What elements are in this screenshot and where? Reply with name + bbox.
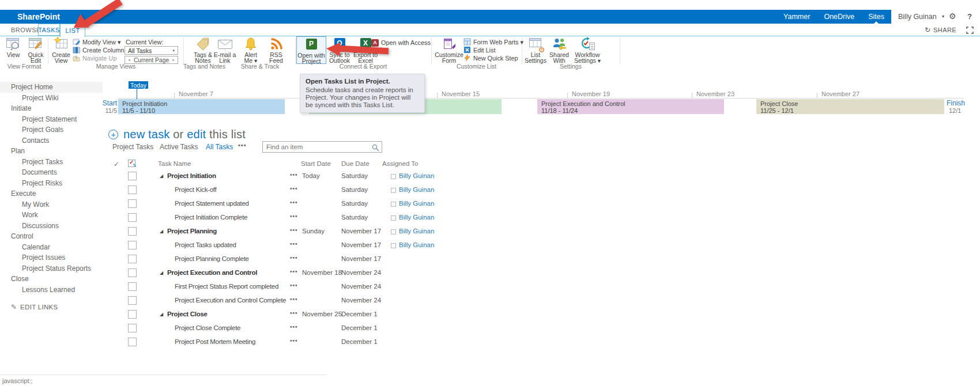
email-link-button[interactable]: E-mail a Link: [212, 37, 238, 63]
row-ellipsis-button[interactable]: •••: [290, 338, 298, 344]
row-checkbox[interactable]: [128, 255, 137, 263]
row-ellipsis-button[interactable]: •••: [290, 296, 298, 302]
task-name[interactable]: Project Post Mortem Meeting: [175, 338, 255, 345]
row-checkbox[interactable]: [128, 268, 137, 277]
search-icon[interactable]: [372, 143, 379, 154]
sidebar-item-calendar[interactable]: Calendar: [0, 242, 103, 253]
row-ellipsis-button[interactable]: •••: [290, 199, 298, 206]
row-ellipsis-button[interactable]: •••: [290, 324, 298, 330]
column-header-task-name[interactable]: Task Name: [158, 160, 191, 167]
view-button[interactable]: View: [2, 37, 24, 58]
rss-feed-button[interactable]: RSS Feed: [264, 37, 288, 63]
tab-tasks[interactable]: TASKS: [38, 24, 60, 36]
edit-list-link[interactable]: edit: [187, 128, 206, 141]
row-checkbox[interactable]: [128, 199, 137, 208]
sidebar-item-project-issues[interactable]: Project Issues: [0, 252, 103, 263]
customize-form-button[interactable]: Customize Form: [434, 37, 465, 63]
task-name[interactable]: Project Kick-off: [175, 186, 216, 193]
task-name[interactable]: Project Close Complete: [175, 324, 240, 331]
row-ellipsis-button[interactable]: •••: [290, 282, 298, 289]
task-name[interactable]: Project Execution and Control: [167, 269, 257, 276]
task-name[interactable]: Project Planning: [167, 228, 217, 234]
view-link-active-tasks[interactable]: Active Tasks: [160, 143, 198, 151]
sidebar-item-discussions[interactable]: Discussions: [0, 221, 103, 232]
row-checkbox[interactable]: [128, 172, 137, 180]
assigned-to-link[interactable]: Billy Guinan: [399, 172, 434, 179]
sidebar-item-project-statement[interactable]: Project Statement: [0, 114, 103, 125]
focus-on-content-icon[interactable]: [966, 26, 974, 36]
assigned-to-link[interactable]: Billy Guinan: [399, 241, 434, 248]
column-header-due-date[interactable]: Due Date: [341, 160, 370, 167]
navigate-up-button[interactable]: Navigate Up: [73, 54, 116, 62]
gear-icon[interactable]: ⚙: [949, 12, 956, 21]
row-ellipsis-button[interactable]: •••: [290, 186, 298, 192]
list-settings-button[interactable]: ⚙ List Settings: [523, 37, 548, 63]
row-checkbox[interactable]: [128, 338, 137, 346]
task-name[interactable]: Project Close: [167, 311, 208, 317]
assigned-to-link[interactable]: Billy Guinan: [399, 186, 434, 193]
modify-view-button[interactable]: Modify View ▾: [73, 38, 120, 46]
timeline-bar-project-close[interactable]: Project Close 11/25 - 12/1: [756, 99, 944, 114]
assigned-to-link[interactable]: Billy Guinan: [399, 200, 434, 207]
plus-icon[interactable]: +: [108, 130, 118, 139]
assigned-to-link[interactable]: Billy Guinan: [399, 228, 434, 234]
share-button[interactable]: ↻ SHARE: [925, 26, 956, 34]
suite-link-sites[interactable]: Sites: [868, 13, 884, 21]
alert-me-button[interactable]: Alert Me ▾: [240, 37, 262, 63]
quick-edit-button[interactable]: Quick Edit: [24, 37, 47, 63]
user-menu[interactable]: Billy Guinan: [898, 13, 937, 21]
sidebar-item-lessons-learned[interactable]: Lessons Learned: [0, 285, 103, 296]
view-link-all-tasks[interactable]: All Tasks: [206, 143, 233, 151]
current-view-dropdown[interactable]: All Tasks ▾: [125, 46, 178, 55]
sidebar-item-plan[interactable]: Plan: [0, 146, 103, 157]
task-name[interactable]: Project Execution and Control Complete: [175, 297, 286, 304]
workflow-settings-button[interactable]: Workflow Settings ▾: [571, 37, 604, 63]
sidebar-item-execute[interactable]: Execute: [0, 188, 103, 199]
new-quick-step-button[interactable]: New Quick Step: [463, 54, 518, 62]
create-view-button[interactable]: Create View: [50, 37, 73, 63]
collapse-triangle-icon[interactable]: ◢: [160, 173, 163, 179]
row-ellipsis-button[interactable]: •••: [290, 172, 298, 178]
help-icon[interactable]: ?: [967, 12, 972, 21]
sidebar-item-close[interactable]: Close: [0, 274, 103, 285]
column-header-start-date[interactable]: Start Date: [301, 160, 331, 167]
open-with-project-button[interactable]: P Open with Project: [296, 36, 326, 64]
task-name[interactable]: Project Tasks updated: [175, 241, 236, 248]
row-checkbox[interactable]: [128, 282, 137, 291]
collapse-triangle-icon[interactable]: ◢: [160, 270, 163, 275]
sidebar-item-project-wiki[interactable]: Project Wiki: [0, 93, 103, 104]
timeline-bar-project-execution[interactable]: Project Execution and Control 11/18 - 11…: [537, 99, 724, 114]
task-name[interactable]: First Project Status Report completed: [175, 283, 278, 290]
sidebar-item-project-goals[interactable]: Project Goals: [0, 124, 103, 135]
sidebar-item-project-status-reports[interactable]: Project Status Reports: [0, 263, 103, 274]
sidebar-item-project-home[interactable]: Project Home: [0, 82, 103, 93]
new-task-link[interactable]: new task: [123, 128, 170, 141]
search-input[interactable]: [263, 142, 369, 152]
task-name[interactable]: Project Planning Complete: [175, 255, 249, 262]
select-all-checkbox[interactable]: ✓ ✎: [128, 160, 135, 167]
suite-link-yammer[interactable]: Yammer: [783, 13, 810, 21]
task-name[interactable]: Project Statement updated: [175, 200, 249, 207]
row-checkbox[interactable]: [128, 296, 137, 305]
sidebar-item-my-work[interactable]: My Work: [0, 199, 103, 210]
row-checkbox[interactable]: [128, 324, 137, 332]
sidebar-item-initiate[interactable]: Initiate: [0, 103, 103, 114]
row-checkbox[interactable]: [128, 213, 137, 222]
create-column-button[interactable]: Create Column: [73, 46, 125, 54]
row-ellipsis-button[interactable]: •••: [290, 227, 298, 233]
sidebar-item-work[interactable]: Work: [0, 210, 103, 221]
edit-links-button[interactable]: ✎ EDIT LINKS: [11, 303, 58, 311]
column-header-check[interactable]: ✓: [114, 160, 119, 168]
row-checkbox[interactable]: [128, 310, 137, 319]
edit-list-button[interactable]: Edit List: [463, 46, 495, 54]
sidebar-item-project-risks[interactable]: Project Risks: [0, 178, 103, 189]
collapse-triangle-icon[interactable]: ◢: [160, 229, 163, 234]
suite-link-onedrive[interactable]: OneDrive: [824, 13, 854, 21]
row-ellipsis-button[interactable]: •••: [290, 255, 298, 261]
row-ellipsis-button[interactable]: •••: [290, 310, 298, 316]
tab-browse[interactable]: BROWSE: [11, 27, 41, 33]
task-name[interactable]: Project Initiation: [167, 172, 216, 179]
row-checkbox[interactable]: [128, 186, 137, 194]
row-checkbox[interactable]: [128, 227, 137, 236]
prev-page-icon[interactable]: ◄: [127, 58, 131, 62]
